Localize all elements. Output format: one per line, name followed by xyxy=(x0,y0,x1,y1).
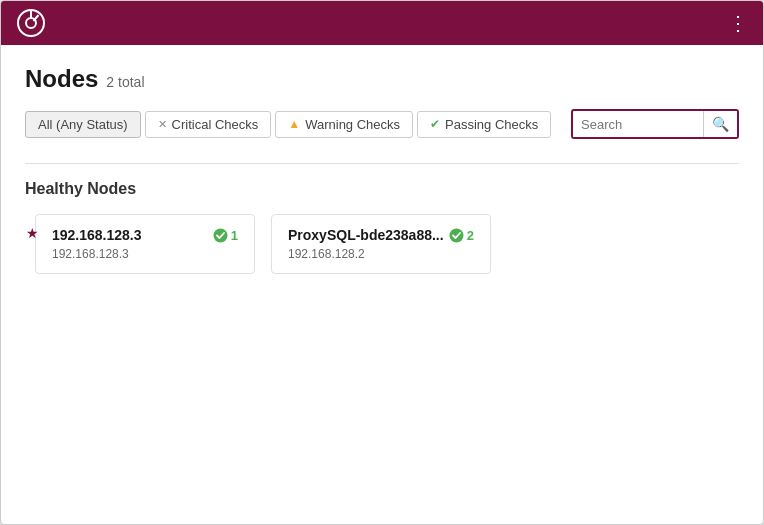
filter-critical-button[interactable]: ✕ Critical Checks xyxy=(145,111,272,138)
svg-point-4 xyxy=(213,228,227,242)
filter-warning-button[interactable]: ▲ Warning Checks xyxy=(275,111,413,138)
warning-triangle-icon: ▲ xyxy=(288,117,300,131)
node-card-header-1: ProxySQL-bde238a88... 2 xyxy=(288,227,474,243)
node-ip-0: 192.168.128.3 xyxy=(52,247,238,261)
node-check-count-0: 1 xyxy=(231,228,238,243)
page-header: Nodes 2 total xyxy=(25,65,739,93)
search-wrapper: 🔍 xyxy=(571,109,739,139)
star-icon: ★ xyxy=(26,225,39,241)
filter-passing-label: Passing Checks xyxy=(445,117,538,132)
main-content: Nodes 2 total All (Any Status) ✕ Critica… xyxy=(1,45,763,524)
search-button[interactable]: 🔍 xyxy=(703,111,737,137)
node-check-icon-0 xyxy=(213,228,228,243)
node-check-icon-1 xyxy=(449,228,464,243)
app-logo xyxy=(15,7,47,39)
search-input[interactable] xyxy=(573,112,703,137)
node-name-0: 192.168.128.3 xyxy=(52,227,142,243)
section-title: Healthy Nodes xyxy=(25,180,739,198)
page-title: Nodes xyxy=(25,65,98,93)
nodes-grid: ★ 192.168.128.3 1 192.168.128.3 P xyxy=(25,214,739,274)
filter-all-label: All (Any Status) xyxy=(38,117,128,132)
node-check-badge-0: 1 xyxy=(213,228,238,243)
node-card-0[interactable]: ★ 192.168.128.3 1 192.168.128.3 xyxy=(35,214,255,274)
svg-point-5 xyxy=(449,228,463,242)
critical-x-icon: ✕ xyxy=(158,118,167,131)
filter-passing-button[interactable]: ✔ Passing Checks xyxy=(417,111,551,138)
passing-check-icon: ✔ xyxy=(430,117,440,131)
node-name-1: ProxySQL-bde238a88... xyxy=(288,227,444,243)
node-check-badge-1: 2 xyxy=(449,228,474,243)
section-divider xyxy=(25,163,739,164)
filter-warning-label: Warning Checks xyxy=(305,117,400,132)
node-check-count-1: 2 xyxy=(467,228,474,243)
filter-critical-label: Critical Checks xyxy=(172,117,259,132)
app-window: ⋮ Nodes 2 total All (Any Status) ✕ Criti… xyxy=(0,0,764,525)
filter-bar: All (Any Status) ✕ Critical Checks ▲ War… xyxy=(25,109,739,139)
node-ip-1: 192.168.128.2 xyxy=(288,247,474,261)
page-count: 2 total xyxy=(106,74,144,90)
topbar: ⋮ xyxy=(1,1,763,45)
search-icon: 🔍 xyxy=(712,116,729,132)
filter-all-button[interactable]: All (Any Status) xyxy=(25,111,141,138)
node-card-header-0: 192.168.128.3 1 xyxy=(52,227,238,243)
node-card-1[interactable]: ProxySQL-bde238a88... 2 192.168.128.2 xyxy=(271,214,491,274)
topbar-menu-icon[interactable]: ⋮ xyxy=(728,11,749,35)
